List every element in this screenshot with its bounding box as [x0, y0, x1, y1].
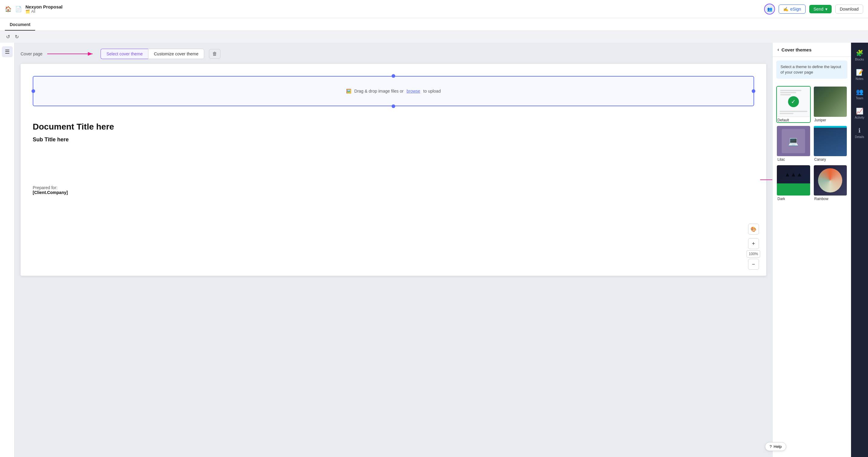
zoom-controls: 🎨 + 100% − — [747, 224, 760, 270]
theme-dark[interactable]: ▲▲▲ Dark — [776, 165, 811, 202]
theme-canary[interactable]: Canary — [813, 125, 848, 162]
delete-cover-button[interactable]: 🗑 — [209, 49, 220, 59]
activity-label: Activity — [855, 116, 864, 120]
blocks-icon: 🧩 — [856, 49, 864, 57]
theme-lilac-thumb: 💻 — [777, 126, 810, 156]
thumb-line-1 — [780, 90, 801, 91]
cover-page-label: Cover page — [21, 52, 42, 56]
details-label: Details — [855, 135, 864, 139]
document-page: 🖼️ Drag & drop image files or browse to … — [21, 64, 766, 276]
help-button[interactable]: ? Help — [765, 442, 786, 451]
themes-grid: ✓ Default Juniper 💻 — [773, 82, 851, 205]
cover-themes-panel: ‹ Cover themes Select a theme to define … — [772, 43, 851, 457]
theme-rainbow-thumb — [814, 165, 847, 196]
activity-icon: 📈 — [856, 107, 864, 115]
sidebar-item-notes[interactable]: 📝 Notes — [851, 66, 868, 84]
arrow-to-buttons — [47, 51, 96, 57]
home-icon[interactable]: 🏠 — [5, 6, 11, 12]
selected-check: ✓ — [788, 96, 799, 107]
thumb-line-3 — [780, 94, 791, 95]
cover-page-header: Cover page Select cover theme Customize … — [21, 49, 766, 59]
blocks-label: Blocks — [855, 58, 864, 61]
notes-icon: 📝 — [856, 69, 864, 76]
arrow-to-panel — [760, 177, 772, 184]
theme-juniper-thumb — [814, 87, 847, 117]
panel-header: ‹ Cover themes — [773, 43, 851, 57]
team-label: Team — [856, 97, 863, 100]
prepared-for: Prepared for: [Client.Company] — [33, 185, 754, 195]
drop-zone[interactable]: 🖼️ Drag & drop image files or browse to … — [33, 76, 754, 106]
back-arrow-icon[interactable]: ‹ — [777, 47, 779, 52]
drop-zone-wrapper: 🖼️ Drag & drop image files or browse to … — [33, 76, 754, 106]
theme-default[interactable]: ✓ Default — [776, 86, 811, 123]
document-icon: 📄 — [15, 6, 22, 12]
theme-lilac-label: Lilac — [777, 157, 810, 162]
topbar: 🏠 📄 Nexyon Proposal 🗂️ All 👥 ✍️ eSign Se… — [0, 0, 868, 18]
avatar[interactable]: 👥 — [764, 4, 775, 14]
left-sidebar: ☰ — [0, 43, 14, 457]
zoom-level-display: 100% — [747, 250, 760, 258]
help-icon: ? — [770, 444, 772, 449]
tab-document[interactable]: Document — [5, 20, 35, 31]
zoom-in-button[interactable]: + — [748, 238, 759, 249]
thumb-line-2 — [780, 92, 796, 93]
zoom-out-button[interactable]: − — [748, 259, 759, 270]
drop-zone-text2: to upload — [424, 89, 441, 94]
avatar-icon: 👥 — [767, 7, 772, 11]
info-box: Select a theme to define the layout of y… — [776, 61, 847, 79]
paint-format-button[interactable]: 🎨 — [748, 224, 759, 234]
undo-button[interactable]: ↺ — [5, 33, 11, 41]
esign-icon: ✍️ — [783, 7, 788, 11]
document-title: Nexyon Proposal — [26, 4, 63, 9]
sidebar-item-details[interactable]: ℹ Details — [851, 124, 868, 142]
redo-button[interactable]: ↻ — [13, 33, 20, 41]
theme-rainbow-label: Rainbow — [814, 197, 847, 201]
right-arrow-svg — [760, 177, 772, 183]
theme-canary-label: Canary — [814, 157, 847, 162]
panel-title: Cover themes — [781, 47, 811, 52]
download-button[interactable]: Download — [835, 4, 863, 13]
canvas-wrapper: 🖼️ Drag & drop image files or browse to … — [21, 64, 766, 276]
right-sidebar: 🧩 Blocks 📝 Notes 👥 Team 📈 Activity ℹ Det… — [851, 43, 868, 457]
document-subtitle-text: Sub Title here — [33, 136, 754, 143]
main-layout: ☰ Cover page Select cover theme Customiz… — [0, 43, 868, 457]
handle-left — [31, 89, 35, 93]
client-company: [Client.Company] — [33, 190, 754, 195]
theme-canary-thumb — [814, 126, 847, 156]
send-button[interactable]: Send ▾ — [809, 5, 832, 13]
team-icon: 👥 — [856, 88, 864, 95]
handle-right — [752, 89, 755, 93]
details-icon: ℹ — [858, 127, 861, 134]
theme-rainbow[interactable]: Rainbow — [813, 165, 848, 202]
image-icon: 🖼️ — [346, 89, 351, 94]
notes-label: Notes — [856, 77, 864, 81]
theme-juniper[interactable]: Juniper — [813, 86, 848, 123]
select-cover-theme-button[interactable]: Select cover theme — [100, 49, 148, 59]
esign-button[interactable]: ✍️ eSign — [779, 4, 806, 13]
drop-zone-text: Drag & drop image files or — [354, 89, 404, 94]
theme-default-label: Default — [777, 118, 810, 122]
tabbar: Document — [0, 18, 868, 31]
browse-link[interactable]: browse — [406, 89, 420, 94]
sidebar-item-list[interactable]: ☰ — [2, 46, 13, 57]
document-subtitle: 🗂️ All — [26, 9, 63, 13]
document-title-text: Document Title here — [33, 122, 754, 132]
customize-cover-theme-button[interactable]: Customize cover theme — [148, 49, 204, 59]
theme-lilac[interactable]: 💻 Lilac — [776, 125, 811, 162]
sidebar-item-team[interactable]: 👥 Team — [851, 85, 868, 103]
title-group: Nexyon Proposal 🗂️ All — [26, 4, 63, 13]
undoredo-bar: ↺ ↻ — [0, 31, 868, 43]
theme-default-thumb: ✓ — [777, 87, 810, 117]
list-icon: ☰ — [5, 48, 10, 55]
theme-dark-label: Dark — [777, 197, 810, 201]
theme-dark-thumb: ▲▲▲ — [777, 165, 810, 184]
theme-juniper-label: Juniper — [814, 118, 847, 122]
canvas-area: Cover page Select cover theme Customize … — [14, 43, 772, 457]
canary-building — [814, 126, 847, 156]
sidebar-item-blocks[interactable]: 🧩 Blocks — [851, 46, 868, 64]
subtitle-icon: 🗂️ — [26, 9, 30, 13]
handle-bottom — [392, 104, 395, 108]
cover-actions: Select cover theme Customize cover theme — [100, 49, 204, 59]
sidebar-item-activity[interactable]: 📈 Activity — [851, 104, 868, 123]
handle-top — [392, 74, 395, 78]
